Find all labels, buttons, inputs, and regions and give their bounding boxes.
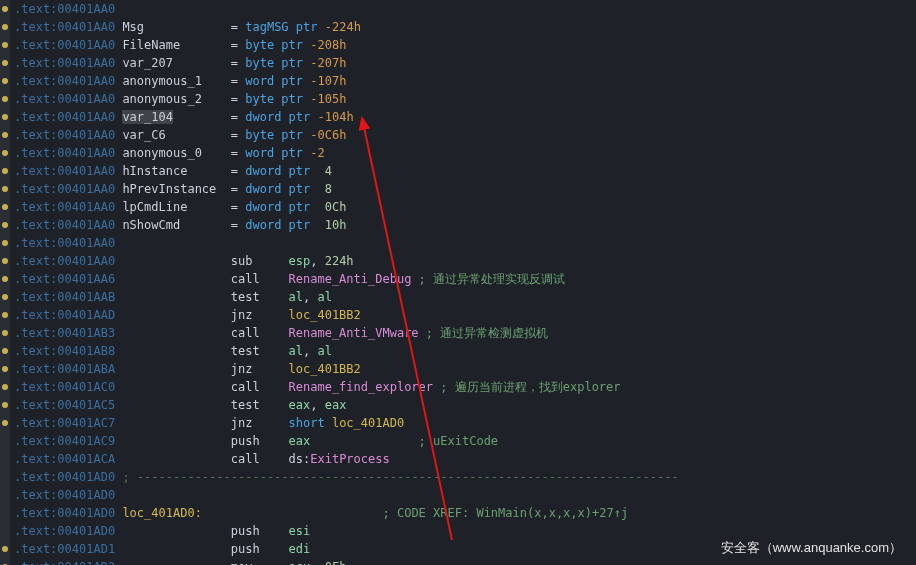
asm-line[interactable]: .text:00401AA0 Msg = tagMSG ptr -224h [14, 18, 916, 36]
asm-line[interactable]: .text:00401AA0 [14, 234, 916, 252]
asm-line[interactable]: .text:00401AA0 nShowCmd = dword ptr 10h [14, 216, 916, 234]
asm-line[interactable]: .text:00401AAD jnz loc_401BB2 [14, 306, 916, 324]
breakpoint-dot[interactable] [2, 168, 8, 174]
breakpoint-dot[interactable] [2, 186, 8, 192]
breakpoint-dot[interactable] [2, 258, 8, 264]
asm-line[interactable]: .text:00401AA6 call Rename_Anti_Debug ; … [14, 270, 916, 288]
asm-line[interactable]: .text:00401AA0 var_104 = dword ptr -104h [14, 108, 916, 126]
breakpoint-dot[interactable] [2, 78, 8, 84]
asm-line[interactable]: .text:00401AA0 anonymous_0 = word ptr -2 [14, 144, 916, 162]
asm-line[interactable]: .text:00401AD0 loc_401AD0: ; CODE XREF: … [14, 504, 916, 522]
asm-line[interactable]: .text:00401AC7 jnz short loc_401AD0 [14, 414, 916, 432]
breakpoint-dot[interactable] [2, 222, 8, 228]
breakpoint-dot[interactable] [2, 42, 8, 48]
breakpoint-dot[interactable] [2, 348, 8, 354]
asm-line[interactable]: .text:00401AA0 sub esp, 224h [14, 252, 916, 270]
disassembly-listing[interactable]: .text:00401AA0 .text:00401AA0 Msg = tagM… [0, 0, 916, 565]
breakpoint-dot[interactable] [2, 402, 8, 408]
gutter [0, 0, 10, 565]
breakpoint-dot[interactable] [2, 546, 8, 552]
asm-line[interactable]: .text:00401AA0 FileName = byte ptr -208h [14, 36, 916, 54]
asm-line[interactable]: .text:00401AD0 ; -----------------------… [14, 468, 916, 486]
asm-line[interactable]: .text:00401AA0 hInstance = dword ptr 4 [14, 162, 916, 180]
breakpoint-dot[interactable] [2, 150, 8, 156]
asm-line[interactable]: .text:00401AA0 var_C6 = byte ptr -0C6h [14, 126, 916, 144]
breakpoint-dot[interactable] [2, 384, 8, 390]
breakpoint-dot[interactable] [2, 24, 8, 30]
asm-line[interactable]: .text:00401AA0 anonymous_2 = byte ptr -1… [14, 90, 916, 108]
asm-line[interactable]: .text:00401AA0 var_207 = byte ptr -207h [14, 54, 916, 72]
breakpoint-dot[interactable] [2, 132, 8, 138]
asm-line[interactable]: .text:00401AC0 call Rename_find_explorer… [14, 378, 916, 396]
breakpoint-dot[interactable] [2, 276, 8, 282]
asm-line[interactable]: .text:00401AB8 test al, al [14, 342, 916, 360]
asm-line[interactable]: .text:00401ABA jnz loc_401BB2 [14, 360, 916, 378]
breakpoint-dot[interactable] [2, 114, 8, 120]
breakpoint-dot[interactable] [2, 420, 8, 426]
breakpoint-dot[interactable] [2, 96, 8, 102]
asm-line[interactable]: .text:00401ACA call ds:ExitProcess [14, 450, 916, 468]
watermark-text: 安全客（www.anquanke.com） [721, 539, 902, 557]
asm-line[interactable]: .text:00401AAB test al, al [14, 288, 916, 306]
asm-line[interactable]: .text:00401AC9 push eax ; uExitCode [14, 432, 916, 450]
asm-line[interactable]: .text:00401AC5 test eax, eax [14, 396, 916, 414]
breakpoint-dot[interactable] [2, 240, 8, 246]
asm-line[interactable]: .text:00401AB3 call Rename_Anti_VMware ;… [14, 324, 916, 342]
asm-line[interactable]: .text:00401AA0 hPrevInstance = dword ptr… [14, 180, 916, 198]
breakpoint-dot[interactable] [2, 204, 8, 210]
asm-line[interactable]: .text:00401AD2 mov ecx, 0Fh [14, 558, 916, 565]
breakpoint-dot[interactable] [2, 294, 8, 300]
asm-line[interactable]: .text:00401AD0 push esi [14, 522, 916, 540]
breakpoint-dot[interactable] [2, 6, 8, 12]
breakpoint-dot[interactable] [2, 60, 8, 66]
asm-line[interactable]: .text:00401AA0 anonymous_1 = word ptr -1… [14, 72, 916, 90]
breakpoint-dot[interactable] [2, 330, 8, 336]
breakpoint-dot[interactable] [2, 312, 8, 318]
breakpoint-dot[interactable] [2, 366, 8, 372]
asm-line[interactable]: .text:00401AD0 [14, 486, 916, 504]
asm-line[interactable]: .text:00401AA0 lpCmdLine = dword ptr 0Ch [14, 198, 916, 216]
asm-line[interactable]: .text:00401AA0 [14, 0, 916, 18]
